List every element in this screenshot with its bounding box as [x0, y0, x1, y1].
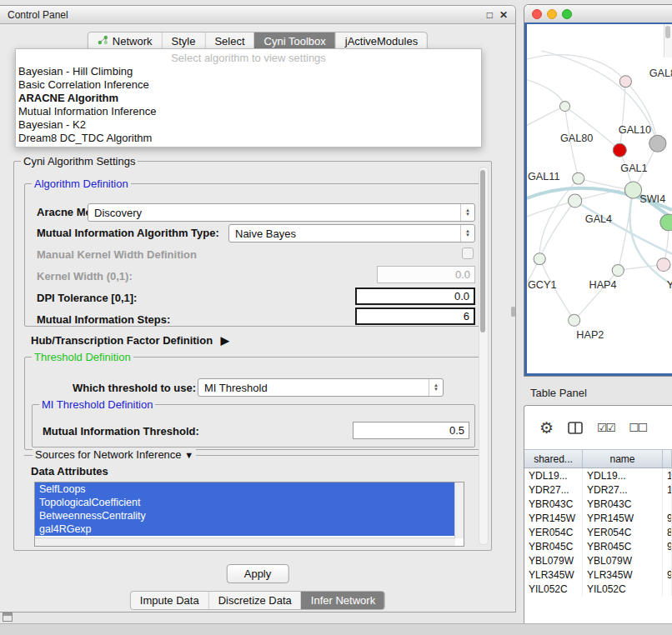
columns-icon[interactable] — [568, 422, 583, 434]
cell[interactable]: YPR145W — [524, 511, 583, 525]
network-node[interactable] — [657, 258, 670, 272]
select-all-checkboxes-icon[interactable]: ☑☑ — [597, 421, 614, 434]
traffic-light-zoom-button[interactable] — [562, 9, 572, 19]
traffic-light-close-button[interactable] — [532, 9, 542, 19]
network-canvas[interactable]: GAL8 GAL80 GAL10 GAL11 GAL1 SWI4 GAL4 GC… — [524, 22, 672, 376]
minimized-panel-icon[interactable] — [3, 612, 13, 622]
network-node-green[interactable] — [660, 214, 672, 231]
table-row[interactable]: YER054C YER054C 8. — [524, 525, 672, 539]
dropdown-item[interactable]: Mutual Information Inference — [16, 105, 481, 118]
cell[interactable]: YBR045C — [583, 539, 663, 553]
table-row[interactable]: YBL079W YBL079W — [524, 553, 672, 568]
cell[interactable]: YDL19... — [524, 468, 583, 482]
network-node[interactable] — [619, 76, 631, 88]
tab-network[interactable]: Network — [88, 32, 162, 50]
cell[interactable]: YDR27... — [583, 482, 663, 497]
cell[interactable]: YER054C — [583, 525, 663, 539]
tab-style[interactable]: Style — [162, 32, 205, 50]
cell[interactable]: YIL052C — [524, 582, 583, 596]
cell[interactable]: 12 — [663, 482, 672, 497]
sources-section-toggle[interactable]: Sources for Network Inference ▼ — [33, 448, 196, 461]
list-vertical-scrollbar[interactable] — [454, 482, 464, 538]
network-node[interactable] — [559, 102, 569, 112]
network-node[interactable] — [569, 314, 580, 326]
cell[interactable]: YDL19... — [583, 468, 663, 482]
float-window-icon[interactable]: □ — [487, 9, 493, 21]
list-item[interactable]: gal4RGexp — [35, 522, 456, 536]
network-node[interactable] — [612, 265, 624, 277]
table-row[interactable]: YBR045C YBR045C 9. — [524, 539, 672, 553]
dropdown-item[interactable]: Dream8 DC_TDC Algorithm — [16, 132, 481, 145]
deselect-all-checkboxes-icon[interactable]: ☐☐ — [629, 421, 646, 434]
cell[interactable]: YER054C — [524, 525, 583, 539]
table-row[interactable]: YIL052C YIL052C — [524, 582, 672, 596]
panel-splitter-handle[interactable] — [511, 307, 515, 317]
list-item[interactable]: SelfLoops — [35, 482, 456, 496]
cell[interactable]: YPR145W — [583, 511, 663, 525]
mi-steps-field[interactable]: 6 — [355, 308, 475, 325]
tab-infer-network[interactable]: Infer Network — [301, 592, 384, 609]
tab-jactivemodules[interactable]: jActiveModules — [335, 32, 427, 50]
cell[interactable]: YBL079W — [524, 553, 583, 568]
scrollbar-thumb[interactable] — [480, 170, 485, 332]
table-row[interactable]: YDR27... YDR27... 12 — [524, 482, 672, 497]
hub-section-toggle[interactable]: Hub/Transcription Factor Definition ▶ — [31, 334, 229, 347]
network-edge[interactable] — [527, 55, 625, 82]
cell[interactable]: YDR27... — [524, 482, 583, 497]
column-header-cut[interactable] — [663, 450, 672, 468]
table-row[interactable]: YPR145W YPR145W 9. — [524, 511, 672, 525]
cell[interactable]: YLR345W — [524, 568, 583, 582]
dropdown-item[interactable]: Bayesian - Hill Climbing — [16, 65, 481, 78]
column-header-name[interactable]: name — [583, 450, 663, 468]
cell[interactable] — [663, 582, 672, 596]
cell[interactable]: YBR043C — [524, 497, 583, 511]
mi-algorithm-type-select[interactable]: Naive Bayes ▲▼ — [228, 224, 475, 242]
gear-icon[interactable]: ⚙ — [539, 420, 554, 436]
kernel-width-field[interactable]: 0.0 — [377, 266, 475, 283]
list-item[interactable]: BetweennessCentrality — [35, 509, 456, 522]
cell[interactable]: 9. — [663, 568, 672, 582]
cell[interactable]: 13 — [663, 468, 672, 482]
list-item[interactable]: TopologicalCoefficient — [35, 496, 456, 509]
cell[interactable]: YLR345W — [583, 568, 663, 582]
scrollbar-thumb[interactable] — [665, 26, 670, 38]
tab-select[interactable]: Select — [204, 32, 253, 50]
which-threshold-select[interactable]: MI Threshold ▲▼ — [198, 378, 444, 397]
list-horizontal-scrollbar[interactable] — [35, 538, 455, 546]
network-edge[interactable] — [527, 107, 565, 126]
traffic-light-minimize-button[interactable] — [547, 9, 557, 19]
table-row[interactable]: YLR345W YLR345W 9. — [524, 568, 672, 582]
network-node[interactable] — [534, 253, 545, 265]
cell[interactable]: YBR043C — [583, 497, 663, 511]
network-node[interactable] — [569, 194, 582, 208]
dropdown-item[interactable]: Basic Correlation Inference — [16, 78, 481, 92]
dpi-tolerance-field[interactable]: 0.0 — [355, 288, 475, 305]
network-node-red[interactable] — [613, 143, 626, 157]
table-row[interactable]: YDL19... YDL19... 13 — [524, 468, 672, 482]
cell[interactable] — [663, 497, 672, 511]
cell[interactable]: 8. — [663, 525, 672, 539]
column-header-shared-name[interactable]: shared... — [524, 450, 583, 468]
cell[interactable]: YIL052C — [583, 582, 663, 596]
dropdown-item-selected[interactable]: ARACNE Algorithm — [16, 92, 481, 105]
network-edge[interactable] — [527, 201, 575, 217]
cell[interactable]: YBR045C — [524, 539, 583, 553]
tab-impute-data[interactable]: Impute Data — [131, 592, 208, 609]
dropdown-item[interactable]: Bayesian - K2 — [16, 118, 481, 132]
manual-kernel-checkbox[interactable] — [462, 248, 474, 259]
cell[interactable] — [663, 553, 672, 568]
settings-scrollbar[interactable] — [479, 167, 489, 545]
network-edge[interactable] — [527, 80, 565, 107]
canvas-vertical-scrollbar[interactable] — [664, 24, 672, 58]
tab-discretize-data[interactable]: Discretize Data — [208, 592, 301, 609]
tab-cyni-toolbox[interactable]: Cyni Toolbox — [254, 32, 335, 50]
cell[interactable]: YBL079W — [583, 553, 663, 568]
mi-threshold-field[interactable]: 0.5 — [353, 422, 469, 439]
network-node[interactable] — [649, 135, 666, 152]
cell[interactable]: 9. — [663, 539, 672, 553]
network-node[interactable] — [573, 172, 584, 184]
aracne-mode-select[interactable]: Discovery ▲▼ — [88, 203, 475, 222]
apply-button[interactable]: Apply — [227, 564, 289, 583]
close-window-icon[interactable]: ✕ — [499, 9, 508, 21]
network-edge[interactable] — [574, 271, 619, 321]
